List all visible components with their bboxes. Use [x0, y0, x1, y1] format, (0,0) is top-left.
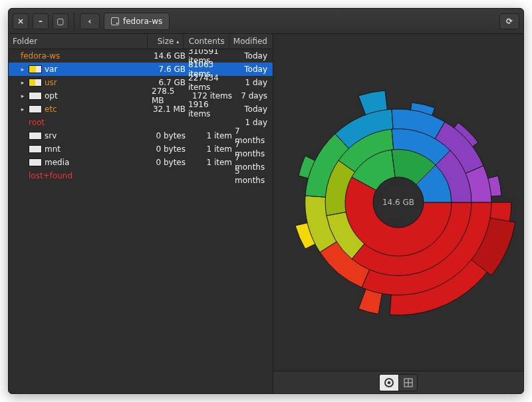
chart-center-label: 14.6 GB	[378, 198, 418, 207]
modified-cell: Today	[235, 51, 273, 61]
usage-swatch	[29, 79, 42, 87]
size-cell: 6.7 GB	[152, 78, 188, 87]
usage-swatch	[29, 132, 42, 140]
folder-name: root	[29, 118, 45, 127]
folder-name: media	[45, 158, 69, 167]
treemap-view-button[interactable]	[398, 375, 417, 391]
folder-cell: fedora-ws	[11, 51, 152, 61]
modified-cell: 5 months	[235, 166, 273, 185]
contents-cell: 1916 items	[188, 100, 235, 118]
col-header-size[interactable]: Size▴	[148, 34, 184, 49]
col-header-modified[interactable]: Modified	[229, 34, 273, 49]
ring-chart-view-button[interactable]	[380, 375, 398, 391]
folder-name: lost+found	[29, 171, 72, 180]
tree-header: Folder Size▴ Contents Modified	[9, 34, 273, 49]
size-cell: 278.5 MB	[152, 87, 188, 105]
folder-cell: ▸usr	[11, 78, 152, 87]
size-cell: 32.1 MB	[152, 104, 188, 114]
folder-cell: lost+found	[11, 171, 152, 180]
folder-cell: root	[11, 118, 152, 127]
expander-icon[interactable]: ▸	[19, 66, 26, 73]
usage-swatch	[29, 105, 42, 113]
folder-name: var	[45, 65, 57, 74]
contents-cell: 172 items	[188, 91, 235, 100]
chart-area: 14.6 GB	[273, 34, 523, 371]
folder-name: opt	[45, 91, 58, 100]
close-icon: ×	[17, 17, 24, 26]
body: Folder Size▴ Contents Modified fedora-ws…	[9, 34, 523, 393]
folder-name: etc	[45, 104, 57, 114]
modified-cell: 7 days	[235, 91, 273, 100]
refresh-icon: ⟳	[506, 17, 513, 26]
divider	[74, 13, 74, 30]
close-button[interactable]: ×	[13, 13, 29, 29]
chart-pane: 14.6 GB	[273, 34, 523, 393]
expander-icon[interactable]: ▸	[19, 93, 26, 99]
contents-cell: 1 item	[188, 158, 235, 167]
modified-cell: 1 day	[235, 78, 273, 87]
minimize-button[interactable]: –	[33, 13, 49, 29]
location-path-label: fedora-ws	[123, 17, 162, 26]
col-header-folder[interactable]: Folder	[9, 34, 148, 49]
modified-cell: Today	[235, 104, 273, 114]
tree-rows[interactable]: fedora-ws14.6 GB310591 itemsToday▸var7.6…	[9, 49, 273, 393]
chevron-left-icon: ‹	[88, 17, 92, 26]
minimize-icon: –	[39, 17, 43, 26]
folder-name: fedora-ws	[21, 51, 60, 61]
contents-cell: 1 item	[188, 144, 235, 154]
folder-tree-pane: Folder Size▴ Contents Modified fedora-ws…	[9, 34, 273, 393]
view-switch-toolbar	[273, 371, 523, 393]
size-cell: 0 bytes	[152, 131, 188, 140]
usage-swatch	[29, 65, 42, 73]
back-button[interactable]: ‹	[80, 13, 100, 29]
folder-name: mnt	[45, 144, 61, 154]
folder-cell: ▸etc	[11, 104, 152, 114]
maximize-icon: ▢	[57, 17, 64, 26]
modified-cell: 1 day	[235, 118, 273, 127]
titlebar: × – ▢ ‹ fedora-ws ⟳	[9, 9, 523, 34]
refresh-button[interactable]: ⟳	[499, 13, 519, 29]
folder-name: usr	[45, 78, 57, 87]
disk-icon	[111, 17, 119, 25]
size-cell: 0 bytes	[152, 158, 188, 167]
view-switch	[379, 374, 418, 391]
size-cell: 7.6 GB	[152, 65, 188, 74]
modified-cell: Today	[235, 65, 273, 74]
expander-icon[interactable]: ▸	[19, 79, 26, 86]
svg-point-3	[388, 381, 391, 384]
location-path-button[interactable]: fedora-ws	[104, 13, 170, 30]
folder-cell: srv	[11, 131, 152, 140]
maximize-button[interactable]: ▢	[53, 13, 68, 29]
folder-cell: ▸opt	[11, 91, 152, 100]
folder-cell: media	[11, 158, 152, 167]
folder-cell: ▸var	[11, 65, 152, 74]
col-header-contents[interactable]: Contents	[184, 34, 229, 49]
treemap-icon	[404, 378, 413, 387]
contents-cell: 227434 items	[188, 73, 235, 92]
usage-swatch	[29, 158, 42, 166]
size-cell: 0 bytes	[152, 144, 188, 154]
table-row[interactable]: lost+found5 months	[9, 169, 273, 182]
ring-chart-icon	[384, 378, 394, 387]
usage-swatch	[29, 92, 42, 100]
table-row[interactable]: ▸usr6.7 GB227434 items1 day	[9, 76, 273, 89]
contents-cell: 1 item	[188, 131, 235, 140]
table-row[interactable]: ▸etc32.1 MB1916 itemsToday	[9, 102, 273, 116]
app-window: × – ▢ ‹ fedora-ws ⟳ Folder Size▴ Content…	[8, 8, 524, 394]
usage-swatch	[29, 145, 42, 153]
folder-name: srv	[45, 131, 57, 140]
sort-indicator-icon: ▴	[176, 39, 179, 45]
size-cell: 14.6 GB	[152, 51, 188, 61]
table-row[interactable]: mnt0 bytes1 item7 months	[9, 142, 273, 156]
table-row[interactable]: srv0 bytes1 item7 months	[9, 129, 273, 142]
table-row[interactable]: media0 bytes1 item7 months	[9, 156, 273, 169]
folder-cell: mnt	[11, 144, 152, 154]
expander-icon[interactable]: ▸	[19, 106, 26, 112]
